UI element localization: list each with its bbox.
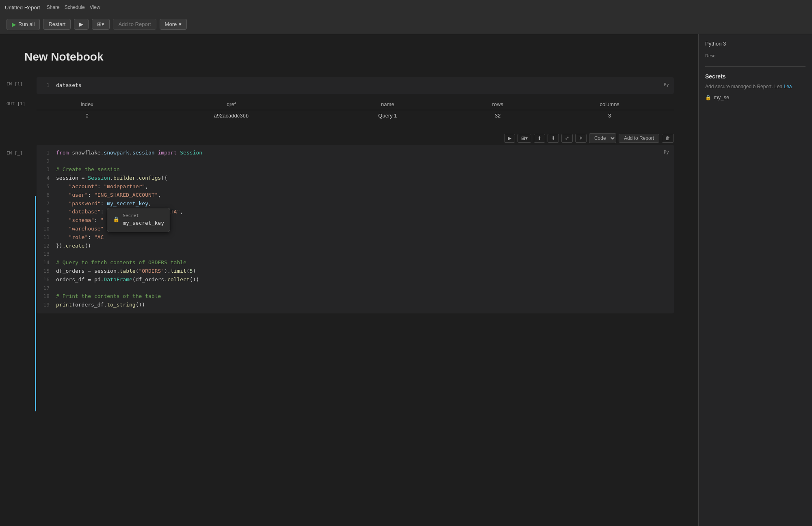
output-table: index qref name rows columns 0 a92acaddc… [37, 99, 674, 121]
menu-bar: Share Schedule View [47, 4, 100, 10]
output-1-table-container: index qref name rows columns 0 a92acaddc… [37, 96, 674, 124]
output-1-label: OUT [1] [6, 101, 31, 107]
resource-section: Resc [705, 53, 806, 60]
cell-1-badge: Py [664, 81, 669, 89]
run-all-label: Run all [18, 21, 35, 27]
cell-rows: 32 [450, 110, 545, 121]
secret-list-item: 🔒 my_se [705, 94, 806, 100]
table-row: 0 a92acaddc3bb Query 1 32 3 [37, 110, 674, 121]
cell-1-container: IN [1] 1 datasets Py [0, 76, 698, 96]
secrets-title: Secrets [705, 73, 806, 80]
menu-share[interactable]: Share [47, 4, 60, 10]
secret-tooltip: 🔒Secretmy_secret_key [107, 208, 170, 232]
cell-type-select[interactable]: Code [589, 133, 616, 143]
add-to-report-button[interactable]: Add to Report [113, 19, 156, 30]
cell-1-content[interactable]: datasets [56, 81, 669, 90]
cell-index: 0 [37, 110, 137, 121]
run-cell-button[interactable]: ▶ [74, 19, 89, 30]
secret-ref: my_secret_key🔒Secretmy_secret_key [107, 200, 148, 206]
secret-name: my_se [714, 94, 729, 100]
resource-label: Resc [705, 53, 806, 58]
secrets-desc-text: Add secure managed b Report. Lea [705, 84, 782, 89]
notebook-title-section: New Notebook [0, 34, 698, 76]
lock-icon: 🔒 [113, 215, 119, 224]
col-qref: qref [137, 99, 325, 110]
add-to-report-label: Add to Report [118, 21, 151, 27]
cell-2-code[interactable]: 12345 678910 1112131415 16171819 from sn… [37, 145, 674, 313]
cell-2-toolbar: ▶ ⊞▾ ⬆ ⬇ ⤢ ✳ Code Add to Report 🗑 [0, 131, 698, 145]
window-title: Untitled Report [5, 4, 40, 11]
cell1-code-text: datasets [56, 82, 82, 88]
cell-qref: a92acaddc3bb [137, 110, 325, 121]
secrets-description: Add secure managed b Report. Lea Lea [705, 83, 806, 90]
cell-2-label: IN [_] [6, 150, 31, 156]
more-button[interactable]: More ▾ [160, 19, 187, 30]
col-columns: columns [545, 99, 674, 110]
cell-2-content[interactable]: from snowflake.snowpark.session import S… [56, 149, 669, 309]
chevron-down-icon: ▾ [179, 21, 182, 27]
run-cell-2-button[interactable]: ▶ [504, 134, 515, 143]
title-bar: Untitled Report Share Schedule View [0, 0, 812, 15]
add-cell-above-button[interactable]: ⊞▾ [518, 134, 531, 143]
cell-1-line-numbers: 1 [41, 81, 56, 90]
cell-1-code[interactable]: 1 datasets Py [37, 77, 674, 94]
cell-columns: 3 [545, 110, 674, 121]
toolbar: ▶ Run all Restart ▶ ⊞▾ Add to Report Mor… [0, 15, 812, 34]
delete-cell-button[interactable]: 🗑 [662, 134, 674, 143]
add-to-report-cell-button[interactable]: Add to Report [619, 134, 659, 143]
notebook-title: New Notebook [24, 50, 674, 63]
add-to-report-cell-label: Add to Report [624, 135, 654, 141]
play-icon: ▶ [12, 21, 16, 28]
collapse-button[interactable]: ⬇ [548, 134, 559, 143]
secrets-section: Secrets Add secure managed b Report. Lea… [705, 66, 806, 100]
python-version-value[interactable]: Python 3 [705, 41, 806, 47]
asterisk-button[interactable]: ✳ [575, 134, 587, 143]
cell-1-label: IN [1] [6, 81, 31, 87]
cell-2-container: IN [_] 12345 678910 1112131415 16171819 … [0, 145, 698, 313]
notebook[interactable]: New Notebook IN [1] 1 datasets Py OUT [1… [0, 34, 698, 526]
tooltip-value: my_secret_key [123, 219, 164, 228]
more-label: More [165, 21, 177, 27]
add-cell-icon: ⊞▾ [97, 21, 104, 27]
secret-lock-icon: 🔒 [705, 95, 711, 100]
menu-schedule[interactable]: Schedule [65, 4, 85, 10]
run-all-button[interactable]: ▶ Run all [6, 19, 40, 30]
move-up-button[interactable]: ⬆ [534, 134, 545, 143]
cell-name: Query 1 [325, 110, 450, 121]
output-1-container: OUT [1] index qref name rows columns [0, 96, 698, 124]
cell-2-badge: Py [664, 149, 669, 156]
run-cell-icon: ▶ [79, 21, 83, 27]
expand-button[interactable]: ⤢ [561, 134, 573, 143]
tooltip-label: Secret [123, 212, 164, 220]
col-name: name [325, 99, 450, 110]
col-index: index [37, 99, 137, 110]
secrets-learn-more-link[interactable]: Lea [784, 84, 792, 89]
col-rows: rows [450, 99, 545, 110]
add-cell-button[interactable]: ⊞▾ [92, 19, 110, 30]
main-area: New Notebook IN [1] 1 datasets Py OUT [1… [0, 34, 812, 526]
restart-button[interactable]: Restart [43, 19, 71, 30]
python-version-section: Python 3 [705, 41, 806, 47]
menu-view[interactable]: View [90, 4, 100, 10]
cell-2-line-numbers: 12345 678910 1112131415 16171819 [41, 149, 56, 309]
right-panel: Python 3 Resc Secrets Add secure managed… [698, 34, 812, 526]
restart-label: Restart [48, 21, 65, 27]
